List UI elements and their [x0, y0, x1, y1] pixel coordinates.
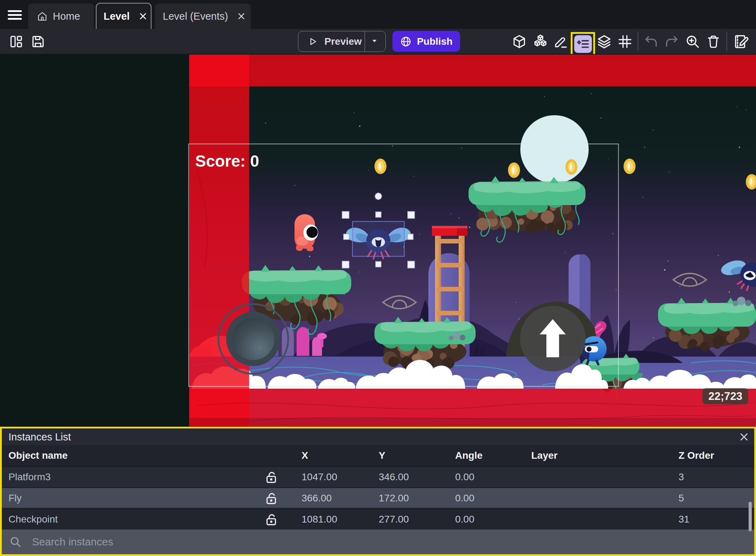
- column-angle[interactable]: Angle: [455, 450, 483, 461]
- coin[interactable]: [508, 162, 520, 178]
- coin[interactable]: [374, 159, 386, 174]
- moon[interactable]: [520, 115, 589, 184]
- play-icon: [308, 36, 318, 47]
- tab-level-events[interactable]: Level (Events): [155, 4, 251, 29]
- edit-sheet-icon: [733, 33, 749, 50]
- column-x[interactable]: X: [302, 450, 308, 461]
- gdevelop-editor-window: Home Level Level (Events): [0, 0, 756, 556]
- column-object-name[interactable]: Object name: [8, 450, 68, 461]
- tab-level-events-label: Level (Events): [163, 11, 228, 22]
- publish-button[interactable]: Publish: [392, 31, 460, 52]
- tab-level-label: Level: [104, 11, 130, 22]
- menu-icon[interactable]: [8, 10, 22, 20]
- search-instances-input[interactable]: [32, 530, 701, 554]
- rotation-handle[interactable]: [375, 193, 382, 200]
- zoom-in-icon: [685, 34, 700, 49]
- virtual-joystick[interactable]: [218, 304, 288, 374]
- search-icon: [10, 536, 21, 548]
- layers-icon: [596, 33, 612, 50]
- edit-scene-properties-button[interactable]: [731, 29, 751, 54]
- panel-title: Instances List: [8, 431, 71, 443]
- publish-button-label: Publish: [417, 36, 452, 47]
- grid-button[interactable]: [616, 29, 634, 54]
- save-icon: [31, 34, 45, 49]
- coin[interactable]: [565, 159, 577, 175]
- coin[interactable]: [624, 159, 636, 174]
- panel-title-row: Instances List: [2, 428, 754, 445]
- column-y[interactable]: Y: [379, 450, 385, 461]
- instances-list-panel: Instances List Object name X Y Angle Lay…: [0, 427, 756, 556]
- instances-list-button[interactable]: [574, 35, 592, 53]
- scene-editor-canvas[interactable]: Score: 0 22;723: [0, 54, 756, 427]
- pencil-icon: [553, 34, 569, 49]
- tab-level[interactable]: Level: [96, 3, 151, 29]
- project-manager-icon: [9, 34, 24, 49]
- instances-list-icon: [576, 37, 590, 51]
- selection-rectangle[interactable]: [353, 222, 404, 257]
- redo-button[interactable]: [663, 29, 681, 54]
- tab-bar: Home Level Level (Events): [0, 0, 756, 29]
- project-manager-button[interactable]: [8, 29, 25, 54]
- panel-close-icon[interactable]: [739, 432, 749, 442]
- score-label: Score: 0: [195, 152, 259, 170]
- undo-icon: [643, 34, 659, 49]
- coordinates-badge: 22;723: [702, 388, 748, 404]
- toolbar: Preview Publish: [0, 29, 756, 54]
- objects-list-button[interactable]: [531, 29, 550, 54]
- unlock-icon[interactable]: [264, 470, 279, 485]
- undo-button[interactable]: [642, 29, 660, 54]
- grid-icon: [617, 34, 633, 49]
- unlock-icon[interactable]: [264, 512, 279, 527]
- tab-level-events-close-icon[interactable]: [237, 12, 246, 20]
- home-icon: [37, 11, 48, 22]
- preview-button[interactable]: Preview: [298, 31, 386, 52]
- new-object-button[interactable]: [510, 29, 528, 54]
- save-button[interactable]: [30, 29, 47, 54]
- objects-cubes-icon: [532, 33, 549, 50]
- table-row-selected[interactable]: Fly 366.00 172.00 0.00 5: [2, 487, 754, 508]
- tab-home[interactable]: Home: [28, 4, 94, 29]
- globe-icon: [400, 36, 412, 48]
- table-row[interactable]: Checkpoint 1081.00 277.00 0.00 31: [2, 508, 754, 529]
- zoom-button[interactable]: [683, 29, 702, 54]
- instances-table-header: Object name X Y Angle Layer Z Order: [2, 445, 754, 466]
- edit-mode-button[interactable]: [552, 29, 570, 54]
- tab-home-label: Home: [53, 11, 80, 22]
- redo-icon: [664, 34, 680, 49]
- coordinates-text: 22;723: [708, 390, 743, 402]
- trash-icon: [706, 34, 721, 49]
- preview-dropdown-icon[interactable]: [370, 36, 379, 47]
- cube-3d-icon: [512, 34, 527, 49]
- wall-top[interactable]: [189, 55, 756, 86]
- instances-list-tool-highlight: [571, 32, 595, 56]
- scene-render: Score: 0 22;723: [0, 54, 756, 427]
- column-z-order[interactable]: Z Order: [678, 450, 714, 461]
- delete-button[interactable]: [704, 29, 723, 54]
- unlock-icon[interactable]: [264, 491, 279, 506]
- table-row[interactable]: Platform3 1047.00 346.00 0.00 3: [2, 466, 754, 487]
- jump-button[interactable]: [520, 306, 585, 371]
- preview-button-label: Preview: [324, 36, 362, 47]
- search-bar: [2, 530, 754, 554]
- panel-scrollbar[interactable]: [749, 502, 752, 531]
- column-layer[interactable]: Layer: [531, 450, 558, 461]
- tab-level-close-icon[interactable]: [139, 12, 147, 20]
- layers-button[interactable]: [595, 29, 614, 54]
